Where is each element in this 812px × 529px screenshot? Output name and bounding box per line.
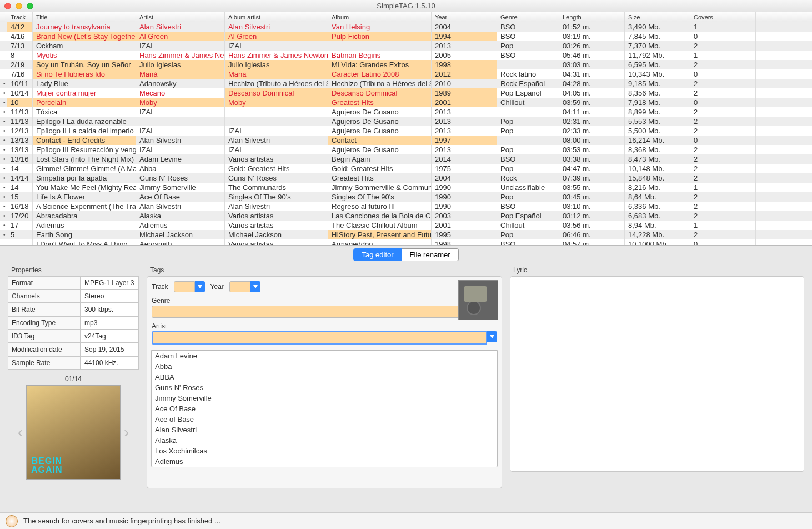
cell: Pop — [497, 192, 559, 202]
cell: 1989 — [432, 88, 497, 98]
track-input[interactable] — [174, 281, 195, 292]
cover-prev-icon[interactable]: ‹ — [18, 423, 23, 441]
col-album[interactable]: Album — [328, 12, 432, 22]
track-dropdown-icon[interactable] — [195, 281, 205, 292]
table-row[interactable]: •10PorcelainMobyMobyGreatest Hits2001Chi… — [0, 98, 812, 107]
table-row[interactable]: •11/13Epílogo I La duda razonableAgujero… — [0, 117, 812, 126]
property-row: Sample Rate44100 kHz. — [8, 356, 139, 370]
dropdown-option[interactable]: Jimmy Somerville — [152, 393, 497, 403]
cell: 1 — [690, 22, 756, 32]
dropdown-option[interactable]: Adam Levine — [152, 351, 497, 361]
col-title[interactable]: Title — [33, 12, 136, 22]
cell: Singles Of The 90's — [328, 192, 432, 202]
table-row[interactable]: •10/11Lady BlueAdanowskyHechizo (Tributo… — [0, 79, 812, 88]
table-row[interactable]: •14/14Simpatía por la apatíaGuns N' Rose… — [0, 173, 812, 183]
cell — [0, 51, 7, 60]
cell: BSO — [497, 32, 559, 41]
dropdown-option[interactable]: Abba — [152, 361, 497, 372]
col-size[interactable]: Size — [625, 12, 690, 22]
cell: 2 — [690, 211, 756, 221]
cell: Pulp Fiction — [328, 32, 432, 41]
cell: I Don't Want To Miss A Thing — [33, 239, 136, 246]
property-key: Encoding Type — [8, 316, 81, 330]
table-row[interactable]: •13/13Epílogo III Resurrección y vengaIZ… — [0, 145, 812, 154]
genre-input[interactable] — [152, 306, 487, 318]
table-row[interactable]: 7/13OckhamIZALIZAL2013Pop03:26 m.7,370 M… — [0, 41, 812, 51]
col-album-artist[interactable]: Album artist — [225, 12, 328, 22]
cell: Epílogo I La duda razonable — [33, 117, 136, 126]
table-row[interactable]: •16/18A Science Experiment (The TraiAlan… — [0, 202, 812, 211]
cell: 4/12 — [7, 22, 33, 32]
table-row[interactable]: 4/12Journey to transylvaniaAlan Silvestr… — [0, 22, 812, 32]
cell: Hechizo (Tributo a Héroes del Si — [225, 79, 328, 88]
cell: Gimme! Gimme! Gimme! (A Man — [33, 164, 136, 173]
dropdown-option[interactable]: Ace Of Base — [152, 403, 497, 414]
cell: 04:31 m. — [559, 69, 625, 79]
table-row[interactable]: •15Life Is A FlowerAce Of BaseSingles Of… — [0, 192, 812, 202]
year-input[interactable] — [229, 281, 250, 292]
cell: Si no Te Hubieras Ido — [33, 69, 136, 79]
dropdown-option[interactable]: Alaska — [152, 435, 497, 446]
property-key: Modification date — [8, 343, 81, 356]
cell: Alan Silvestri — [225, 136, 328, 145]
cell: 15 — [7, 192, 33, 202]
table-row[interactable]: •17/20AbracadabraAlaskaVarios artistasLa… — [0, 211, 812, 221]
col-genre[interactable]: Genre — [497, 12, 559, 22]
table-row[interactable]: •11/13TóxicaIZALAgujeros De Gusano201304… — [0, 107, 812, 117]
dropdown-option[interactable]: Los Xochimilcas — [152, 446, 497, 456]
property-row: Modification dateSep 19, 2015 — [8, 343, 139, 356]
tab-tag-editor[interactable]: Tag editor — [353, 248, 402, 261]
table-row[interactable]: 2/19Soy un Truhán, Soy un SeñorJulio Igl… — [0, 60, 812, 69]
col-length[interactable]: Length — [559, 12, 625, 22]
col-artist[interactable]: Artist — [136, 12, 225, 22]
artist-dropdown-icon[interactable] — [487, 331, 497, 342]
table-row[interactable]: •14Gimme! Gimme! Gimme! (A ManAbbaGold: … — [0, 164, 812, 173]
lyric-textarea[interactable] — [510, 276, 804, 472]
cell: BSO — [497, 22, 559, 32]
table-row[interactable]: •17AdiemusAdiemusVarios artistasThe Clas… — [0, 221, 812, 230]
cell: 03:03 m. — [559, 60, 625, 69]
cell: BSO — [497, 202, 559, 211]
artist-dropdown-list[interactable]: Adam LevineAbbaABBAGuns N' RosesJimmy So… — [151, 350, 498, 467]
cell: 2 — [690, 117, 756, 126]
col-covers[interactable]: Covers — [690, 12, 756, 22]
cell: HIStory Past, Present and Future — [328, 230, 432, 239]
cell: Alaska — [136, 211, 225, 221]
cover-art[interactable]: BEGINAGAIN — [26, 385, 121, 480]
table-row[interactable]: 8MyotisHans Zimmer & James NewHans Zimme… — [0, 51, 812, 60]
cell: 03:12 m. — [559, 211, 625, 221]
table-header[interactable]: Track Title Artist Album artist Album Ye… — [0, 12, 812, 22]
cell — [328, 41, 432, 51]
cell: IZAL — [136, 107, 225, 117]
table-row[interactable]: 7/16Si no Te Hubieras IdoManáManáCaracte… — [0, 69, 812, 79]
dropdown-option[interactable]: Guns N' Roses — [152, 382, 497, 393]
tab-file-renamer[interactable]: File renamer — [402, 248, 459, 261]
col-marker[interactable] — [0, 12, 7, 22]
cell: 2005 — [432, 51, 497, 60]
table-row[interactable]: •10/14Mujer contra mujerMecanoDescanso D… — [0, 88, 812, 98]
cell: Lady Blue — [33, 79, 136, 88]
artist-input[interactable] — [152, 331, 487, 345]
table-row[interactable]: •13/16Lost Stars (Into The Night Mix)Ada… — [0, 154, 812, 164]
table-row[interactable]: •14You Make Me Feel (Mighty Real)Jimmy S… — [0, 183, 812, 192]
table-row[interactable]: I Don't Want To Miss A ThingAerosmithVar… — [0, 239, 812, 246]
window-title: SimpleTAG 1.5.10 — [0, 2, 812, 10]
dropdown-option[interactable]: Ace of Base — [152, 414, 497, 425]
table-row[interactable]: •13/13Contact - End CreditsAlan Silvestr… — [0, 136, 812, 145]
properties-pane: Properties FormatMPEG-1 Layer 3ChannelsS… — [8, 266, 139, 488]
table-row[interactable]: •12/13Epílogo II La caída del imperioIZA… — [0, 126, 812, 136]
cell: Alan Silvestri — [136, 202, 225, 211]
col-track[interactable]: Track — [7, 12, 33, 22]
year-dropdown-icon[interactable] — [250, 281, 260, 292]
dropdown-option[interactable]: Adiemus — [152, 456, 497, 467]
cell: 2 — [690, 107, 756, 117]
cover-next-icon[interactable]: › — [124, 423, 129, 441]
col-year[interactable]: Year — [432, 12, 497, 22]
table-row[interactable]: •5Earth SongMichael JacksonMichael Jacks… — [0, 230, 812, 239]
window-titlebar: SimpleTAG 1.5.10 — [0, 0, 812, 12]
property-key: Channels — [8, 290, 81, 303]
table-row[interactable]: 4/16Brand New (Let's Stay Together)Al Gr… — [0, 32, 812, 41]
album-thumbnail[interactable] — [458, 280, 498, 320]
dropdown-option[interactable]: ABBA — [152, 372, 497, 382]
dropdown-option[interactable]: Alan Silvestri — [152, 425, 497, 435]
